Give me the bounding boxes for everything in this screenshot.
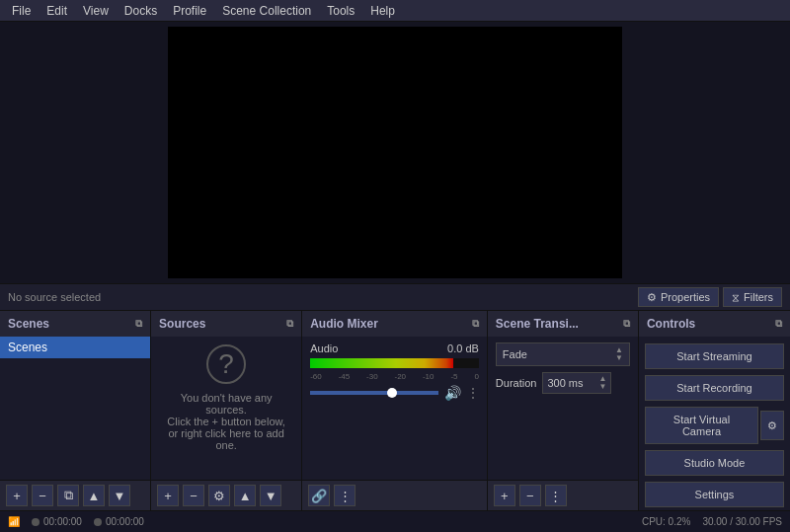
- record-time-item: 00:00:00: [94, 516, 144, 527]
- transition-content: Fade ▲ ▼ Duration 300 ms ▲ ▼: [488, 337, 638, 480]
- sources-settings-button[interactable]: ⚙: [208, 485, 230, 506]
- record-time: 00:00:00: [106, 516, 144, 527]
- scenes-title: Scenes: [8, 317, 49, 331]
- menu-docks[interactable]: Docks: [117, 2, 165, 20]
- virtual-camera-settings-button[interactable]: ⚙: [760, 411, 784, 440]
- no-source-label: No source selected: [8, 291, 634, 303]
- source-bar: No source selected ⚙ Properties ⧖ Filter…: [0, 283, 790, 311]
- fps-label: 30.00 / 30.00 FPS: [702, 516, 782, 527]
- sources-down-button[interactable]: ▼: [260, 485, 281, 506]
- transition-panel: Scene Transi... ⧉ Fade ▲ ▼ Duration 300 …: [488, 311, 639, 510]
- transition-select[interactable]: Fade ▲ ▼: [496, 342, 630, 366]
- duration-label: Duration: [496, 377, 537, 389]
- transition-add-button[interactable]: +: [494, 485, 515, 506]
- statusbar: 📶 00:00:00 00:00:00 CPU: 0.2% 30.00 / 30…: [0, 510, 790, 532]
- sources-panel: Sources ⧉ ? You don't have any sources. …: [151, 311, 302, 510]
- sources-footer: + − ⚙ ▲ ▼: [151, 480, 301, 510]
- audio-track-name: Audio: [310, 342, 338, 354]
- sources-title: Sources: [159, 317, 205, 331]
- duration-input[interactable]: 300 ms ▲ ▼: [542, 372, 611, 394]
- question-icon: ?: [206, 344, 246, 384]
- scenes-expand-icon[interactable]: ⧉: [135, 318, 142, 330]
- audio-mute-icon[interactable]: 🔊: [444, 385, 461, 401]
- controls-content: Start Streaming Start Recording Start Vi…: [639, 337, 790, 510]
- preview-canvas: [168, 27, 622, 278]
- scenes-header: Scenes ⧉: [0, 311, 150, 337]
- audio-volume-thumb: [387, 388, 397, 398]
- studio-mode-button[interactable]: Studio Mode: [645, 450, 784, 476]
- sources-empty-text: You don't have any sources. Click the + …: [159, 392, 293, 451]
- scenes-down-button[interactable]: ▼: [109, 485, 130, 506]
- filters-button[interactable]: ⧖ Filters: [723, 287, 782, 307]
- properties-label: Properties: [661, 291, 710, 303]
- audio-more-button[interactable]: ⋮: [334, 485, 356, 506]
- audio-db-value: 0.0 dB: [447, 342, 479, 354]
- audio-meter-bar: [310, 358, 453, 368]
- menu-help[interactable]: Help: [362, 2, 403, 20]
- audio-meter: [310, 358, 479, 368]
- audio-title: Audio Mixer: [310, 317, 378, 331]
- transition-remove-button[interactable]: −: [519, 485, 541, 506]
- start-recording-button[interactable]: Start Recording: [645, 375, 784, 401]
- cpu-label: CPU: 0.2%: [642, 516, 690, 527]
- scenes-footer: + − ⧉ ▲ ▼: [0, 480, 150, 510]
- audio-more-icon[interactable]: ⋮: [467, 386, 479, 400]
- signal-icon: 📶: [8, 516, 20, 527]
- sources-content: ? You don't have any sources. Click the …: [151, 337, 301, 480]
- sources-add-button[interactable]: +: [157, 485, 179, 506]
- preview-area: [0, 22, 790, 283]
- sources-up-button[interactable]: ▲: [234, 485, 256, 506]
- filter-icon: ⧖: [732, 291, 740, 304]
- audio-track-header: Audio 0.0 dB: [310, 342, 479, 354]
- transition-more-button[interactable]: ⋮: [545, 485, 567, 506]
- scenes-copy-button[interactable]: ⧉: [57, 485, 79, 506]
- transition-footer: + − ⋮: [488, 480, 638, 510]
- start-streaming-button[interactable]: Start Streaming: [645, 343, 784, 369]
- scene-item[interactable]: Scenes: [0, 337, 150, 358]
- scenes-panel: Scenes ⧉ Scenes + − ⧉ ▲ ▼: [0, 311, 151, 510]
- transition-duration-row: Duration 300 ms ▲ ▼: [488, 372, 638, 394]
- audio-panel: Audio Mixer ⧉ Audio 0.0 dB -60 -45 -30: [302, 311, 488, 510]
- fade-label: Fade: [503, 348, 527, 360]
- filters-label: Filters: [744, 291, 773, 303]
- menu-tools[interactable]: Tools: [319, 2, 362, 20]
- menu-profile[interactable]: Profile: [165, 2, 214, 20]
- menu-view[interactable]: View: [75, 2, 117, 20]
- sources-header: Sources ⧉: [151, 311, 301, 337]
- transition-title: Scene Transi...: [496, 317, 579, 331]
- transition-expand-icon[interactable]: ⧉: [623, 318, 630, 330]
- network-time-item: 00:00:00: [32, 516, 82, 527]
- network-status: 📶: [8, 516, 20, 527]
- controls-expand-icon[interactable]: ⧉: [775, 318, 782, 330]
- menu-file[interactable]: File: [4, 2, 39, 20]
- sources-empty: ? You don't have any sources. Click the …: [151, 337, 301, 459]
- audio-meter-labels: -60 -45 -30 -20 -10 -5 0: [310, 372, 479, 381]
- menu-edit[interactable]: Edit: [39, 2, 75, 20]
- network-time: 00:00:00: [43, 516, 82, 527]
- audio-footer: 🔗 ⋮: [302, 480, 487, 510]
- controls-panel: Controls ⧉ Start Streaming Start Recordi…: [639, 311, 790, 510]
- start-virtual-camera-button[interactable]: Start Virtual Camera: [645, 407, 758, 444]
- audio-expand-icon[interactable]: ⧉: [472, 318, 479, 330]
- statusbar-right: CPU: 0.2% 30.00 / 30.00 FPS: [642, 516, 782, 527]
- menu-scene-collection[interactable]: Scene Collection: [214, 2, 319, 20]
- scenes-remove-button[interactable]: −: [32, 485, 53, 506]
- settings-button[interactable]: Settings: [645, 482, 784, 507]
- bottom-panels: Scenes ⧉ Scenes + − ⧉ ▲ ▼ Sources ⧉ ?: [0, 311, 790, 510]
- chevron-updown-icon: ▲ ▼: [615, 346, 623, 362]
- scenes-list: Scenes: [0, 337, 150, 480]
- properties-button[interactable]: ⚙ Properties: [638, 287, 719, 307]
- scenes-add-button[interactable]: +: [6, 485, 28, 506]
- duration-chevron-icon: ▲ ▼: [599, 375, 607, 391]
- audio-link-button[interactable]: 🔗: [308, 485, 330, 506]
- duration-value: 300 ms: [547, 377, 583, 389]
- transition-header: Scene Transi... ⧉: [488, 311, 638, 337]
- gear-icon: ⚙: [647, 291, 657, 304]
- audio-volume-slider[interactable]: [310, 391, 438, 395]
- scenes-up-button[interactable]: ▲: [83, 485, 105, 506]
- virtual-camera-row: Start Virtual Camera ⚙: [645, 407, 784, 444]
- audio-controls: 🔊 ⋮: [310, 385, 479, 401]
- controls-header: Controls ⧉: [639, 311, 790, 337]
- sources-remove-button[interactable]: −: [183, 485, 204, 506]
- sources-expand-icon[interactable]: ⧉: [286, 318, 293, 330]
